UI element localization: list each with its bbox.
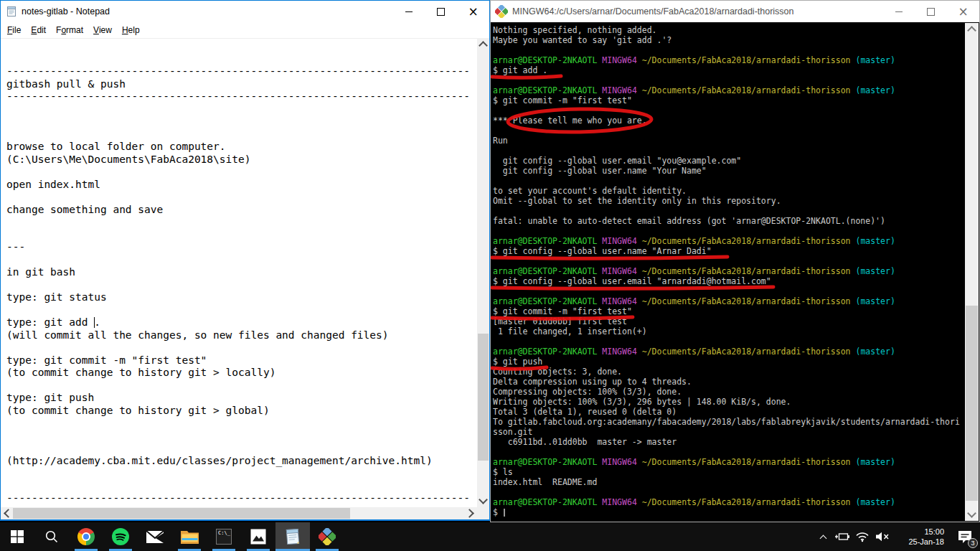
- taskbar-item-command-prompt[interactable]: C:\_: [207, 522, 241, 551]
- terminal-output-line: Maybe you wanted to say 'git add .'?: [493, 35, 964, 45]
- clock-button[interactable]: 15:00 25-Jan-18: [892, 522, 950, 551]
- terminal-minimize-button[interactable]: [882, 1, 915, 22]
- scroll-up-button[interactable]: [965, 23, 979, 35]
- tray-time: 15:00: [924, 527, 944, 537]
- maximize-icon: [437, 8, 445, 16]
- notepad-text-line: [6, 442, 477, 455]
- taskbar-item-mail[interactable]: [138, 522, 172, 551]
- notepad-minimize-button[interactable]: [392, 1, 425, 22]
- notepad-text-line: [6, 216, 477, 229]
- terminal-prompt-line: arnar@DESKTOP-2NKAOTL MINGW64 ~/Document…: [493, 347, 964, 357]
- menu-help[interactable]: Help: [117, 23, 145, 37]
- terminal-output-line: *** Please tell me who you are.: [493, 116, 964, 126]
- terminal-output-line: c6911bd..01dd0bb master -> master: [493, 437, 964, 447]
- terminal-maximize-button[interactable]: [915, 1, 947, 22]
- terminal-output-line: git config --global user.email "you@exam…: [493, 156, 964, 166]
- notepad-text-line: [6, 342, 477, 354]
- terminal-titlebar[interactable]: MINGW64:/c/Users/arnar/Documents/FabAca2…: [491, 1, 979, 22]
- terminal-output-line: [493, 336, 964, 347]
- windows-start-icon: [11, 530, 24, 543]
- close-icon: ×: [468, 6, 478, 18]
- close-icon: ×: [958, 6, 968, 18]
- notepad-text-line: [6, 229, 477, 242]
- taskbar-item-photos[interactable]: [241, 522, 275, 551]
- windows-taskbar: C:\_: [0, 522, 980, 551]
- terminal-output-line: Nothing specified, nothing added.: [493, 25, 964, 35]
- notepad-text-line: type: git add .: [6, 316, 477, 329]
- notepad-text-line: ----------------------------------------…: [6, 90, 477, 103]
- terminal-prompt-line: arnar@DESKTOP-2NKAOTL MINGW64 ~/Document…: [493, 236, 964, 246]
- menu-edit[interactable]: Edit: [26, 23, 51, 37]
- notepad-close-button[interactable]: ×: [457, 1, 489, 22]
- menu-format[interactable]: Format: [51, 23, 88, 37]
- notepad-text-line: [6, 128, 477, 141]
- terminal-output-line: [493, 226, 964, 236]
- taskbar-item-search[interactable]: [34, 522, 69, 551]
- vertical-scroll-thumb[interactable]: [478, 334, 489, 461]
- terminal-output-line: $ git add .: [493, 65, 964, 75]
- taskbar-item-file-explorer[interactable]: [172, 522, 207, 551]
- horizontal-scroll-thumb[interactable]: [13, 508, 350, 519]
- terminal-prompt-line: arnar@DESKTOP-2NKAOTL MINGW64 ~/Document…: [493, 296, 964, 306]
- scroll-down-button[interactable]: [965, 509, 979, 521]
- notepad-maximize-button[interactable]: [425, 1, 457, 22]
- hidden-icons-button[interactable]: [814, 522, 832, 551]
- battery-status-button[interactable]: [832, 522, 852, 551]
- notepad-text-line: [6, 166, 477, 179]
- scroll-right-button[interactable]: [465, 507, 477, 519]
- scrollbar-corner: [477, 507, 489, 519]
- notepad-icon: [284, 527, 301, 545]
- volume-muted-button[interactable]: [872, 522, 892, 551]
- spotify-icon: [112, 528, 129, 545]
- menu-file[interactable]: File: [2, 23, 26, 37]
- notepad-text-line: (C:\Users\Me\Documents\FabAca2018\site): [6, 154, 477, 166]
- terminal-window-title: MINGW64:/c/Users/arnar/Documents/FabAca2…: [512, 6, 794, 17]
- terminal-output-line: Total 3 (delta 1), reused 0 (delta 0): [493, 407, 964, 417]
- scroll-down-button[interactable]: [477, 495, 489, 507]
- terminal-output-line: Counting objects: 3, done.: [493, 367, 964, 377]
- terminal-output-line: index.html README.md: [493, 477, 964, 487]
- taskbar-item-start[interactable]: [0, 522, 34, 551]
- notepad-text-line: (to commit change to history git > local…: [6, 367, 477, 380]
- notepad-titlebar[interactable]: notes-gitlab - Notepad ×: [1, 1, 489, 22]
- notepad-text-line: (to commit change to history git > globa…: [6, 405, 477, 418]
- scroll-up-button[interactable]: [477, 38, 489, 50]
- terminal-output-area[interactable]: Nothing specified, nothing added.Maybe y…: [491, 22, 964, 522]
- notepad-app-icon: [6, 6, 17, 17]
- notepad-text-line: (http://academy.cba.mit.edu/classes/proj…: [6, 455, 477, 468]
- notepad-text-area[interactable]: ----------------------------------------…: [1, 38, 477, 507]
- command-prompt-icon: C:\_: [216, 529, 232, 545]
- terminal-output-line: sson.git: [493, 427, 964, 437]
- wifi-status-button[interactable]: [852, 522, 872, 551]
- taskbar-item-chrome[interactable]: [69, 522, 103, 551]
- folder-icon: [181, 529, 199, 544]
- terminal-output-line: $: [493, 507, 964, 517]
- notepad-text-line: [6, 430, 477, 443]
- terminal-output-line: [493, 45, 964, 55]
- taskbar-item-spotify[interactable]: [103, 522, 138, 551]
- terminal-close-button[interactable]: ×: [947, 1, 979, 22]
- notepad-text-line: [6, 40, 477, 53]
- terminal-scrollbar[interactable]: [965, 23, 979, 521]
- taskbar-item-git-bash[interactable]: [310, 522, 344, 551]
- action-center-button[interactable]: 3: [950, 522, 980, 551]
- search-icon: [44, 529, 59, 544]
- terminal-output-line: $ git push: [493, 357, 964, 367]
- notepad-horizontal-scrollbar[interactable]: [1, 507, 477, 519]
- notepad-text-line: gitbash pull & push: [6, 78, 477, 91]
- terminal-prompt-line: arnar@DESKTOP-2NKAOTL MINGW64 ~/Document…: [493, 266, 964, 276]
- taskbar-item-notepad[interactable]: [275, 522, 310, 551]
- terminal-output-line: [493, 105, 964, 116]
- notepad-vertical-scrollbar[interactable]: [477, 38, 489, 507]
- menu-view[interactable]: View: [88, 23, 117, 37]
- notepad-text-line: [6, 53, 477, 66]
- terminal-output-line: $ ls: [493, 467, 964, 477]
- notepad-text-line: in git bash: [6, 266, 477, 279]
- terminal-prompt-line: arnar@DESKTOP-2NKAOTL MINGW64 ~/Document…: [493, 457, 964, 467]
- terminal-scroll-thumb[interactable]: [966, 306, 978, 501]
- scroll-left-button[interactable]: [1, 507, 13, 519]
- chevron-up-icon: [479, 41, 488, 50]
- terminal-output-line: [493, 75, 964, 85]
- terminal-output-line: [493, 126, 964, 136]
- chevron-up-icon: [819, 534, 826, 542]
